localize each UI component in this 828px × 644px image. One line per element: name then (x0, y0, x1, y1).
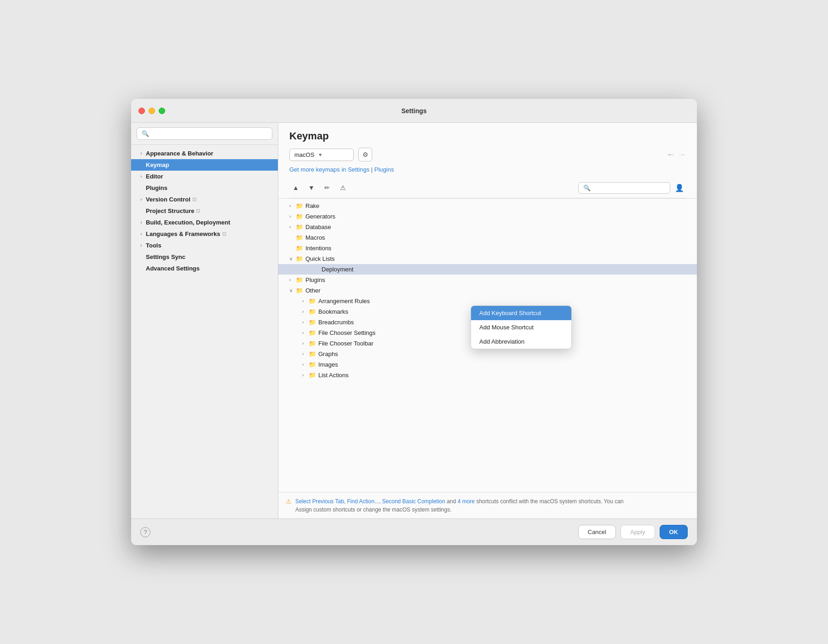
conflict-link-select-prev-tab[interactable]: Select Previous Tab (295, 498, 344, 505)
sidebar-item-languages[interactable]: › Languages & Frameworks ⊡ (131, 228, 278, 240)
tree-item-label: Database (305, 224, 331, 230)
footer-buttons: Cancel Apply OK (578, 525, 688, 539)
chevron-right-icon: › (302, 309, 309, 314)
chevron-right-icon: › (302, 320, 309, 325)
sidebar-item-plugins[interactable]: Plugins (131, 182, 278, 194)
apply-button[interactable]: Apply (621, 525, 655, 539)
sidebar-item-tools[interactable]: › Tools (131, 240, 278, 251)
chevron-right-icon: › (302, 330, 309, 335)
keymap-links: Get more keymaps in Settings | Plugins (289, 166, 686, 173)
chevron-right-icon: › (289, 214, 296, 219)
chevron-right-icon: › (138, 220, 144, 225)
tree-item-intentions[interactable]: 📁 Intentions (278, 243, 697, 253)
keymap-select[interactable]: macOS ▼ (289, 149, 354, 161)
folder-icon: 📁 (296, 245, 303, 252)
tree-item-label: Macros (305, 234, 325, 241)
plugins-link[interactable]: Plugins (374, 166, 394, 173)
sidebar-item-label: Version Control (146, 196, 190, 203)
get-more-keymaps-link[interactable]: Get more keymaps in Settings (289, 166, 369, 173)
tree-item-graphs[interactable]: › 📁 Graphs (278, 349, 697, 359)
user-icon[interactable]: 👤 (673, 181, 686, 194)
keymap-value: macOS (294, 151, 314, 158)
folder-icon: 📁 (296, 213, 303, 220)
tree-item-images[interactable]: › 📁 Images (278, 359, 697, 370)
folder-icon: 📁 (296, 224, 303, 230)
cancel-button[interactable]: Cancel (578, 525, 616, 539)
tree-item-deployment[interactable]: Deployment (278, 264, 697, 275)
tree-item-label: File Chooser Settings (318, 329, 375, 336)
tree-item-label: Images (318, 361, 338, 368)
content-area: › Appearance & Behavior Keymap › Editor … (131, 123, 697, 518)
tree-item-list-actions[interactable]: › 📁 List Actions (278, 370, 697, 380)
sidebar-search-input[interactable] (137, 127, 272, 140)
folder-icon: 📁 (309, 372, 316, 379)
context-menu-item-add-abbreviation[interactable]: Add Abbreviation (471, 334, 571, 349)
move-up-button[interactable]: ▲ (289, 181, 302, 194)
tree-item-other[interactable]: ∨ 📁 Other (278, 285, 697, 296)
tree-item-quick-lists[interactable]: ∨ 📁 Quick Lists (278, 253, 697, 264)
sidebar-item-editor[interactable]: › Editor (131, 171, 278, 182)
chevron-right-icon: › (302, 299, 309, 304)
chevron-right-icon (138, 254, 144, 260)
chevron-right-icon (138, 162, 144, 168)
gear-button[interactable]: ⚙ (358, 148, 372, 161)
sidebar-item-advanced-settings[interactable]: Advanced Settings (131, 263, 278, 274)
tree-item-plugins[interactable]: › 📁 Plugins (278, 275, 697, 285)
maximize-button[interactable] (159, 108, 165, 114)
folder-icon: 📁 (309, 351, 316, 357)
context-menu-item-add-mouse-shortcut[interactable]: Add Mouse Shortcut (471, 320, 571, 334)
chevron-right-icon: › (138, 151, 144, 156)
sidebar-item-label: Project Structure (146, 207, 194, 214)
tree-item-generators[interactable]: › 📁 Generators (278, 211, 697, 222)
tree-item-macros[interactable]: 📁 Macros (278, 232, 697, 243)
context-menu: Add Keyboard Shortcut Add Mouse Shortcut… (471, 305, 572, 349)
ok-button[interactable]: OK (660, 525, 688, 539)
back-button[interactable]: ← (667, 150, 675, 160)
sidebar-item-version-control[interactable]: › Version Control ⊡ (131, 194, 278, 205)
chevron-right-icon: › (302, 373, 309, 378)
toolbar: ▲ ▼ ✏ ⚠ 👤 (289, 178, 686, 198)
minimize-button[interactable] (149, 108, 155, 114)
search-input[interactable] (578, 182, 670, 194)
forward-button[interactable]: → (678, 150, 686, 160)
sidebar-item-keymap[interactable]: Keymap (131, 159, 278, 171)
titlebar: Settings (131, 99, 697, 123)
page-title: Keymap (289, 130, 686, 142)
help-button[interactable]: ? (140, 527, 150, 537)
warning-icon: ⚠ (286, 498, 292, 505)
sidebar-item-project-structure[interactable]: Project Structure ⊡ (131, 205, 278, 217)
conflict-bar: ⚠ Select Previous Tab, Find Action..., S… (278, 492, 697, 518)
conflict-link-basic-completion[interactable]: Second Basic Completion (382, 498, 445, 505)
sidebar-item-label: Tools (146, 242, 161, 249)
folder-icon: 📁 (296, 202, 303, 209)
chevron-right-icon: › (302, 362, 309, 367)
folder-icon: 📁 (296, 287, 303, 294)
tree-item-database[interactable]: › 📁 Database (278, 222, 697, 232)
folder-icon: 📁 (309, 319, 316, 326)
main-panel: Keymap macOS ▼ ⚙ ← → Get more keymaps in… (278, 123, 697, 518)
tree-item-label: Bookmarks (318, 308, 348, 315)
sidebar-item-settings-sync[interactable]: Settings Sync (131, 251, 278, 263)
conflict-link-find-action[interactable]: Find Action... (347, 498, 379, 505)
chevron-right-icon: › (138, 197, 144, 202)
sidebar-search-bar[interactable] (131, 123, 278, 145)
sidebar-item-label: Plugins (146, 184, 167, 191)
tree-item-label: Other (305, 287, 321, 294)
sidebar-item-label: Languages & Frameworks (146, 230, 220, 237)
move-down-button[interactable]: ▼ (305, 181, 318, 194)
warning-button[interactable]: ⚠ (336, 181, 349, 194)
sidebar-item-build[interactable]: › Build, Execution, Deployment (131, 217, 278, 228)
context-menu-item-add-keyboard-shortcut[interactable]: Add Keyboard Shortcut (471, 306, 571, 320)
edit-button[interactable]: ✏ (321, 181, 334, 194)
keymap-row: macOS ▼ ⚙ ← → (289, 148, 686, 161)
tree-item-rake[interactable]: › 📁 Rake (278, 201, 697, 211)
sidebar-items: › Appearance & Behavior Keymap › Editor … (131, 145, 278, 277)
folder-icon: 📁 (296, 255, 303, 262)
close-button[interactable] (138, 108, 145, 114)
chevron-right-icon: › (289, 224, 296, 230)
sidebar-item-appearance[interactable]: › Appearance & Behavior (131, 148, 278, 159)
footer: ? Cancel Apply OK (131, 518, 697, 545)
sidebar-item-label: Keymap (146, 161, 169, 168)
tree-item-arrangement-rules[interactable]: › 📁 Arrangement Rules (278, 296, 697, 306)
conflict-link-more[interactable]: 4 more (458, 498, 475, 505)
